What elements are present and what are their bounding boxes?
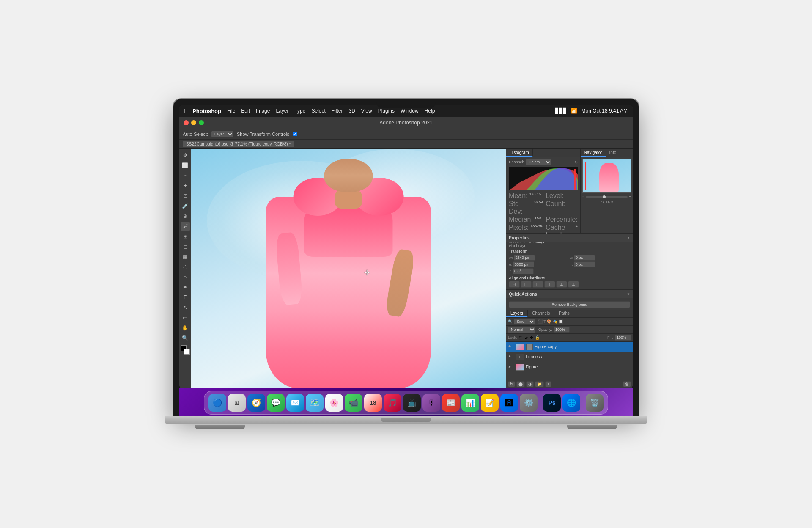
info-tab[interactable]: Info xyxy=(606,149,620,157)
mask-button[interactable]: ⬤ xyxy=(516,381,525,387)
angle-input[interactable] xyxy=(513,268,534,274)
dock-facetime[interactable]: 📹 xyxy=(345,394,362,412)
layers-tab[interactable]: Layers xyxy=(506,310,528,317)
menubar-filter[interactable]: Filter xyxy=(332,108,343,114)
delete-layer-button[interactable]: 🗑 xyxy=(623,381,631,387)
fx-button[interactable]: fx xyxy=(508,381,515,387)
move-tool[interactable]: ✥ xyxy=(181,151,190,160)
eye-icon-figure[interactable]: 👁 xyxy=(508,365,514,369)
dock-photos[interactable]: 🌸 xyxy=(325,394,343,412)
histogram-refresh-icon[interactable]: ↻ xyxy=(574,160,578,165)
brush-tool[interactable]: 🖌 xyxy=(181,222,190,231)
align-top[interactable]: ⊤ xyxy=(544,281,555,288)
zoom-slider-track[interactable] xyxy=(586,196,628,198)
blur-tool[interactable]: ◌ xyxy=(181,262,190,272)
document-tab[interactable]: SS22Campaign16.psd @ 77.1% (Figure copy,… xyxy=(183,141,294,147)
height-input[interactable] xyxy=(513,261,534,267)
fullscreen-button[interactable] xyxy=(199,120,204,125)
menubar-plugins[interactable]: Plugins xyxy=(378,108,395,114)
paths-tab[interactable]: Paths xyxy=(554,310,574,317)
new-layer-button[interactable]: + xyxy=(545,381,551,387)
align-right[interactable]: ⊢ xyxy=(532,281,543,288)
path-select-tool[interactable]: ↖ xyxy=(181,303,190,312)
dock-finder[interactable]: 🔵 xyxy=(208,394,226,412)
apple-logo[interactable]:  xyxy=(184,107,187,114)
minimize-button[interactable] xyxy=(191,120,196,125)
show-transform-checkbox[interactable] xyxy=(293,132,297,136)
group-button[interactable]: 📁 xyxy=(535,381,544,387)
dock-trash[interactable]: 🗑️ xyxy=(586,394,604,412)
quick-actions-collapse[interactable]: ▼ xyxy=(627,292,630,296)
layer-item-figure-copy[interactable]: 👁 Figure copy xyxy=(506,342,633,352)
layer-item-fearless[interactable]: 👁 T Fearless xyxy=(506,352,633,362)
eraser-tool[interactable]: ◻ xyxy=(181,242,190,251)
lasso-tool[interactable]: ⌖ xyxy=(181,171,190,180)
menubar-select[interactable]: Select xyxy=(311,108,325,114)
dock-photoshop[interactable]: Ps xyxy=(543,394,561,412)
remove-background-button[interactable]: Remove Background xyxy=(509,301,630,308)
menubar-view[interactable]: View xyxy=(361,108,372,114)
align-center-h[interactable]: ⊢ xyxy=(521,281,532,288)
align-bottom[interactable]: ⊥ xyxy=(568,281,579,288)
lock-image-icon[interactable]: 🖌 xyxy=(524,336,528,340)
channel-dropdown[interactable]: Colors RGB Red Green Blue xyxy=(526,159,551,165)
dock-podcasts[interactable]: 🎙 xyxy=(422,394,440,412)
dock-app-blue[interactable]: 🌐 xyxy=(562,394,580,412)
x-input[interactable] xyxy=(574,255,595,261)
menubar-app-name[interactable]: Photoshop xyxy=(192,108,221,114)
menubar-layer[interactable]: Layer xyxy=(276,108,288,114)
shape-tool[interactable]: ▭ xyxy=(181,313,190,322)
width-input[interactable] xyxy=(514,255,535,261)
menubar-3d[interactable]: 3D xyxy=(348,108,355,114)
menubar-help[interactable]: Help xyxy=(425,108,435,114)
channels-tab[interactable]: Channels xyxy=(528,310,554,317)
zoom-out-icon[interactable]: − xyxy=(582,195,584,199)
eyedropper-tool[interactable]: 💉 xyxy=(181,201,190,211)
zoom-in-icon[interactable]: + xyxy=(629,195,631,199)
marquee-tool[interactable]: ⬜ xyxy=(181,161,190,170)
lock-transparent-icon[interactable]: ⬚ xyxy=(519,336,523,340)
hand-tool[interactable]: ✋ xyxy=(181,323,190,333)
spot-heal-tool[interactable]: ⊕ xyxy=(181,212,190,221)
crop-tool[interactable]: ⊡ xyxy=(181,191,190,201)
menubar-type[interactable]: Type xyxy=(294,108,305,114)
type-tool[interactable]: T xyxy=(181,293,190,302)
navigator-tab[interactable]: Navigator xyxy=(581,149,606,157)
layer-item-figure[interactable]: 👁 Figure xyxy=(506,362,633,372)
dock-music[interactable]: 🎵 xyxy=(384,394,401,412)
dock-numbers[interactable]: 📊 xyxy=(461,394,479,412)
dock-launchpad[interactable]: ⊞ xyxy=(228,394,246,412)
clone-tool[interactable]: ⊞ xyxy=(181,232,190,241)
adjustment-button[interactable]: ◑ xyxy=(526,381,534,387)
menubar-image[interactable]: Image xyxy=(256,108,270,114)
eye-icon-figure-copy[interactable]: 👁 xyxy=(508,345,514,349)
dock-appletv[interactable]: 📺 xyxy=(403,394,421,412)
align-left[interactable]: ⊣ xyxy=(509,281,520,288)
dock-appstore[interactable]: 🅰 xyxy=(500,394,518,412)
ps-canvas-area[interactable]: ✛ 77.14% | 2640 px x 3300 px (300 ppi) xyxy=(191,149,506,388)
menubar-file[interactable]: File xyxy=(227,108,235,114)
lock-all-icon[interactable]: 🔒 xyxy=(535,336,540,340)
eye-icon-fearless[interactable]: 👁 xyxy=(508,355,514,359)
auto-select-dropdown[interactable]: Layer Group xyxy=(211,131,233,137)
dodge-tool[interactable]: ○ xyxy=(181,272,190,282)
background-color[interactable] xyxy=(184,349,190,355)
dock-system-prefs[interactable]: ⚙️ xyxy=(520,394,538,412)
gradient-tool[interactable]: ▦ xyxy=(181,252,190,261)
quick-select-tool[interactable]: ✦ xyxy=(181,181,190,190)
properties-collapse[interactable]: ▼ xyxy=(627,236,630,240)
lock-position-icon[interactable]: ✥ xyxy=(530,336,533,340)
dock-maps[interactable]: 🗺️ xyxy=(306,394,324,412)
opacity-input[interactable] xyxy=(554,327,570,333)
dock-notes[interactable]: 📝 xyxy=(481,394,499,412)
blend-mode-dropdown[interactable]: Normal Multiply Screen xyxy=(508,327,535,333)
y-input[interactable] xyxy=(574,261,595,267)
dock-calendar[interactable]: 18 xyxy=(364,394,382,412)
dock-mail[interactable]: ✉️ xyxy=(286,394,304,412)
menubar-window[interactable]: Window xyxy=(401,108,419,114)
fill-input[interactable] xyxy=(615,335,631,341)
pen-tool[interactable]: ✒ xyxy=(181,283,190,292)
close-button[interactable] xyxy=(184,120,189,125)
dock-safari[interactable]: 🧭 xyxy=(247,394,265,412)
filter-type-dropdown[interactable]: Kind xyxy=(514,319,535,324)
